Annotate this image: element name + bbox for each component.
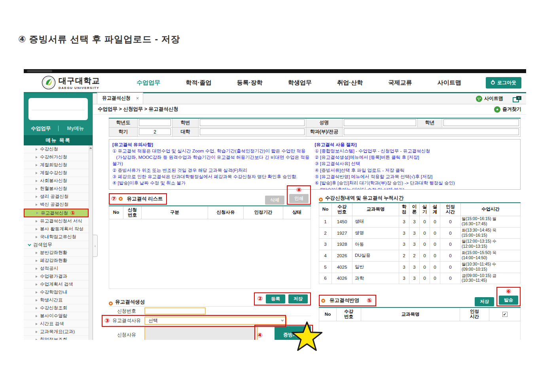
triangle-right-icon [36,268,38,270]
sidebar-item[interactable]: 수강허가신청 [24,153,89,161]
sidebar-item[interactable]: 계절희망신청 [24,161,89,169]
year-input[interactable] [139,119,171,126]
sidebar-item[interactable]: 성적공시 [24,265,89,273]
send-button[interactable]: 발송 [499,296,518,305]
sidebar-menu: 수강신청수강허가신청계절희망신청계절수강신청사회봉사신청헌혈봉사신청생리 공결신… [24,145,93,340]
sidebar-item[interactable]: 취업정보조회 [24,336,89,340]
notice-precautions: [유고결석 유의사항]① 유고결석 적용은 대면수업 및 실시간 Zoom 수업… [112,141,315,187]
sidebar-item[interactable]: 시간표 검색 [24,320,89,328]
sidebar-item[interactable]: 학생시간표 [24,296,89,304]
grade-input[interactable] [443,119,519,126]
table-row: 11450생태33000월(15:00~16:15) 월(16:30~17:45… [319,216,521,227]
sidebar-item[interactable]: 국내학점교류신청 [24,233,89,241]
sidebar-item-label: 봉사 활동계획서 작성 [40,226,83,232]
close-icon[interactable]: × [136,96,139,101]
sidebar-scrollbar[interactable] [89,145,93,340]
sitemap-button[interactable]: 사이트맵 [476,95,503,102]
sitemap-label: 사이트맵 [484,95,503,102]
print-button[interactable]: 인쇄 [289,194,309,203]
annotation-box-6: ⑥ 발송 [496,287,521,306]
sidebar-item[interactable]: 유고결석신청① [24,209,89,217]
browser-chrome-element [27,70,52,72]
table-cell: 0 [430,216,440,227]
sidebar-item-label: 수업평가결과 [40,273,67,279]
name-input[interactable] [344,119,416,126]
sidebar-item-label: 유고결석신청서 서식 [40,218,82,224]
sidebar-item[interactable]: 수강학점안내 [24,288,89,296]
notice-line: [유고결석 유의사항] [112,141,311,148]
sidebar-item-label: 시간표 검색 [40,321,64,327]
major-label: 학과(부)/전공 [306,127,343,136]
column-header: No [109,206,123,219]
sidebar-item[interactable]: 검색업무 [24,241,89,249]
nav-item[interactable]: 학적·졸업 [186,79,211,87]
sidebar-item[interactable]: 교과목개요(교과) [24,328,89,336]
menu-list-title: 메뉴 목록 [24,135,93,145]
table-cell: 6 [319,273,332,284]
sidebar-item[interactable]: 생리 공결신청 [24,193,89,201]
absence-list-panel: ⑦ 유고결석 리스트 삭제 ⑧ 인쇄 No신청 번호구분신청사유인정기간상태 [109,193,311,340]
sidebar-item[interactable]: 봉사 활동계획서 작성 [24,225,89,233]
nav-item[interactable]: 등록·장학 [237,79,263,87]
annotation-circle-5: ⑤ [367,298,372,304]
chevron-down-icon [28,243,31,246]
appno-label: 신청번호 [109,308,144,315]
nav-item[interactable]: 취업·산학 [337,79,363,87]
table-row: 54025일반33000월(10:30~11:45) 수(09:00~10:15… [319,261,521,273]
sidebar-item-label: 유고결석신청 [41,210,68,216]
sidebar-item[interactable]: 사회봉사신청 [24,177,89,185]
close-all-windows-icon[interactable] [513,96,521,102]
appno-input[interactable] [144,307,206,315]
absence-list-table: No신청 번호구분신청사유인정기간상태 [109,205,311,219]
tab-absence-application[interactable]: 유고결석신청 × [97,92,143,104]
triangle-right-icon [36,339,38,340]
favorite-button[interactable]: ★ 즐겨찾기 [494,106,521,113]
tab-label: 유고결석신청 [102,95,131,102]
section-bullet-icon [319,198,323,202]
sidebar-item[interactable]: 헌혈봉사신청 [24,185,89,193]
nav-item[interactable]: 국제교류 [388,79,412,87]
sidebar-tab-work[interactable]: 수업업무 [24,125,58,132]
create-section-header: 유고결석생성 ② 등록 저장 [109,294,311,305]
logout-button[interactable]: 로그아웃 [486,77,521,89]
table-cell: 0 [430,239,440,250]
nav-item[interactable]: 사이트맵 [438,79,461,87]
register-button[interactable]: 등록 [266,294,285,303]
sidebar-tab-mymenu[interactable]: My메뉴 [59,125,93,132]
sidebar: 수업업무 My메뉴 메뉴 목록 수강신청수강허가신청계절희망신청계절수강신청사회… [24,93,93,340]
sidebar-item-label: 계절희망신청 [40,162,67,168]
sidebar-item[interactable]: 백신 공결신청 [24,201,89,209]
delete-button[interactable]: 삭제 [265,196,284,205]
detail-label: 신청사유 [109,332,144,338]
sidebar-collapse-button[interactable]: ‹ [93,235,98,257]
sidebar-item[interactable]: 계절수강신청 [24,169,89,177]
reason-select[interactable]: 선택 [144,317,287,325]
major-input[interactable] [344,128,519,135]
college-input[interactable] [200,128,305,135]
table-cell: 생명 [352,227,399,239]
apply-save-button[interactable]: 저장 [475,297,494,306]
sidebar-item[interactable]: 수강신청조회 [24,304,89,312]
nav-item[interactable]: 학생업무 [288,79,312,87]
sidebar-item[interactable]: 유고결석신청서 서식 [24,217,89,225]
sidebar-item[interactable]: 분반강좌현황 [24,249,89,257]
studentno-input[interactable] [200,119,305,126]
empty-table-body [319,321,521,340]
select-all-checkbox[interactable]: ✔ [489,307,521,321]
notice-line: ④ [증빙서류]선택 후 파일 업로드 - 저장 클릭 [315,167,517,173]
sidebar-item[interactable]: 수업평가결과 [24,273,89,281]
tab-bar: 유고결석신청 × 사이트맵 [93,93,526,104]
breadcrumb: 수업업무 > 신청업무 > 유고결석신청 [98,106,178,113]
nav-item[interactable]: 수업업무 [136,79,160,87]
sidebar-item[interactable]: 폐강강좌현황 [24,257,89,265]
sidebar-item[interactable]: 봉사이수열람 [24,312,89,320]
notice-line: ⑥ [발송]후 [승인]처리 대기(학과(부)장 승인) -> 단과대학 행정실… [315,180,517,186]
notice-line: (가상강좌, MOOC강좌 등 원격수업과 학습기간이 유고결석 허용기간보다 … [112,154,311,167]
scroll-up-icon[interactable] [89,145,93,151]
detail-textarea[interactable] [144,326,258,340]
semester-input[interactable] [139,128,171,135]
sidebar-item[interactable]: 수업계획서 검색 [24,281,89,288]
apply-table: No수강 번호교과목명인정 시간✔ [319,307,521,321]
sidebar-item[interactable]: 수강신청 [24,145,89,153]
save-button[interactable]: 저장 [288,294,308,303]
